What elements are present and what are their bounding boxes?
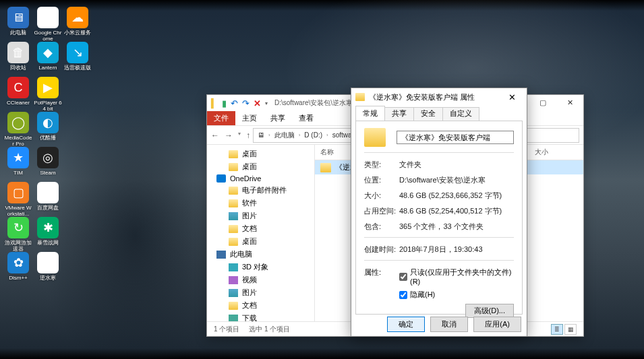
tree-item[interactable]: 下载 [207,312,314,321]
desktop-icon[interactable]: ▶PotPlayer 64 bit [34,77,62,109]
column-size[interactable]: 大小 [529,145,583,160]
tree-item-label: 图片 [242,211,257,221]
desktop-icon-label: 回收站 [4,65,32,71]
checkbox-readonly[interactable]: 只读(仅应用于文件夹中的文件)(R) [399,267,514,286]
title-path-text: D:\software\安装包\逆水寒 [274,98,353,108]
explorer-close-button[interactable]: ✕ [556,95,583,110]
chevron-right-icon[interactable]: › [297,132,302,138]
chevron-right-icon[interactable]: › [325,132,330,138]
pc-icon: 🖥 [256,131,266,139]
desktop-icon-label: 游戏网游加速器 [4,240,32,252]
explorer-tree: 桌面桌面OneDrive电子邮件附件软件图片文档桌面此电脑3D 对象视频图片文档… [207,145,315,321]
breadcrumb-item[interactable]: 此电脑 [273,131,296,140]
tree-item[interactable]: 文档 [207,299,314,312]
tree-item[interactable]: 桌面 [207,160,314,173]
tab-general[interactable]: 常规 [355,106,385,121]
desktop-icon[interactable]: ◐优酷播 [34,112,62,144]
desktop-icon[interactable]: ▢VMware Workstati... [4,182,32,214]
folder-name-input[interactable] [397,131,514,144]
app-icon: ↻ [7,217,29,238]
tab-custom[interactable]: 自定义 [442,107,479,121]
redo-icon[interactable]: ↷ [242,98,250,108]
tree-item-label: 软件 [242,198,257,208]
view-icons-icon[interactable]: ▦ [564,324,577,335]
tree-item[interactable]: OneDrive [207,173,314,184]
status-count: 1 个项目 [214,325,239,334]
desktop-icon[interactable]: ↻游戏网游加速器 [4,217,32,249]
value-size-on-disk: 48.6 GB (52,254,400,512 字节) [399,206,514,216]
desktop-icon[interactable]: ✱暴雪战网 [34,217,62,249]
nav-forward-icon[interactable]: → [225,131,233,140]
desktop-icon-label: Google Chrome [34,30,62,42]
properties-panel: 类型:文件夹 位置:D:\software\安装包\逆水寒 大小:48.6 GB… [355,121,523,315]
desktop-icon-label: 迅雷极速版 [63,65,92,71]
desktop-icon[interactable]: ★TIM [4,147,32,179]
desktop-icon[interactable]: 寒逆水寒 [34,252,62,284]
app-icon: ✱ [37,217,59,238]
advanced-button[interactable]: 高级(D)... [465,304,514,318]
tree-item[interactable]: 文档 [207,222,314,235]
nav-history-icon[interactable]: ▾ [238,131,241,140]
tree-item-icon [229,263,238,271]
desktop-icon[interactable]: ↘迅雷极速版 [63,42,92,74]
ribbon-share[interactable]: 共享 [264,111,292,125]
desktop-icon-label: MediaCoder Pro [4,135,32,147]
tab-share[interactable]: 共享 [384,107,414,121]
desktop-icon[interactable]: ◆Lantern [34,42,62,74]
pin-icon[interactable]: ▮ [222,98,227,108]
desktop-icon-label: 暴雪战网 [34,240,62,246]
tree-item[interactable]: 图片 [207,286,314,299]
desktop-icon[interactable]: ✿Dism++ [4,252,32,284]
app-icon: ◎ [37,147,59,168]
maximize-button[interactable]: ▢ [529,95,556,110]
tree-item-icon [216,251,226,259]
desktop-icon[interactable]: CCCleaner [4,77,32,109]
properties-close-button[interactable]: ✕ [501,90,523,104]
view-details-icon[interactable]: ≣ [551,324,563,335]
desktop-icon[interactable]: ☁小米云服务 [63,7,92,39]
checkbox-hidden[interactable]: 隐藏(H) [399,290,514,300]
properties-title-text: 《逆水寒》免安装版客户端 属性 [369,92,475,102]
apply-button[interactable]: 应用(A) [473,317,521,332]
label-type: 类型: [364,160,399,170]
tree-item[interactable]: 桌面 [207,148,314,160]
tree-item[interactable]: 电子邮件附件 [207,184,314,197]
dropdown-icon[interactable]: ▾ [265,100,268,106]
chevron-right-icon[interactable]: › [267,132,272,138]
desktop-icon[interactable]: 🗑回收站 [4,42,32,74]
tree-item[interactable]: 软件 [207,197,314,209]
delete-icon[interactable]: ✕ [254,98,261,108]
cancel-button[interactable]: 取消 [430,317,468,332]
desktop-icon[interactable]: ◯MediaCoder Pro [4,112,32,144]
desktop-icon[interactable]: ◎Steam [34,147,62,179]
tab-security[interactable]: 安全 [413,107,443,121]
tree-item[interactable]: 图片 [207,209,314,222]
ok-button[interactable]: 确定 [387,317,425,332]
tree-item[interactable]: 3D 对象 [207,261,314,273]
tree-item-label: 桌面 [242,162,257,172]
ribbon-home[interactable]: 主页 [235,111,264,125]
desktop-icon-label: 此电脑 [4,30,32,36]
value-contains: 365 个文件，33 个文件夹 [399,222,514,232]
desktop-icon-label: 小米云服务 [63,30,92,36]
tree-item-label: 电子邮件附件 [242,185,287,195]
label-size-on-disk: 占用空间: [364,206,399,216]
tree-item[interactable]: 此电脑 [207,248,314,261]
properties-titlebar[interactable]: 《逆水寒》免安装版客户端 属性 ✕ [351,88,527,106]
desktop-icon[interactable]: ◎Google Chrome [34,7,62,39]
ribbon-view[interactable]: 查看 [292,111,320,125]
undo-icon[interactable]: ↶ [231,98,238,108]
breadcrumb-item[interactable]: D (D:) [303,131,324,139]
ribbon-file[interactable]: 文件 [207,111,235,125]
tree-item-icon [229,276,238,284]
tree-item[interactable]: 视频 [207,273,314,286]
app-icon: ✿ [7,252,29,273]
nav-up-icon[interactable]: ↑ [246,131,250,140]
desktop-icon[interactable]: 🖥此电脑 [4,7,32,39]
nav-back-icon[interactable]: ← [211,131,219,140]
desktop-icon-label: 逆水寒 [34,275,62,281]
desktop-icon[interactable]: ∞百度网盘 [34,182,62,214]
desktop-icon-label: 优酷播 [34,135,62,141]
desktop-icon-label: Lantern [34,65,62,71]
tree-item[interactable]: 桌面 [207,235,314,248]
